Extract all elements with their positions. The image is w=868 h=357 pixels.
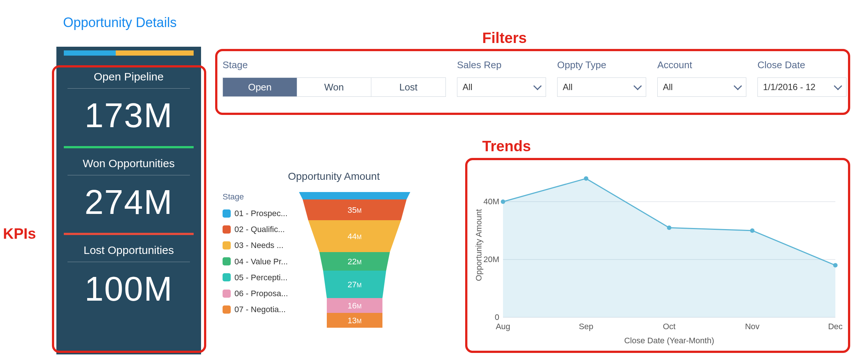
svg-text:Opportunity Amount: Opportunity Amount	[474, 209, 483, 281]
svg-text:20M: 20M	[483, 255, 499, 264]
account-value: All	[663, 82, 673, 92]
svg-text:40M: 40M	[483, 197, 499, 206]
kpi-label: Won Opportunities	[68, 157, 190, 175]
stage-segmented-control: Open Won Lost	[223, 77, 446, 97]
funnel-legend: 01 - Prospec... 02 - Qualific... 03 - Ne…	[223, 207, 288, 316]
legend-label: 01 - Prospec...	[234, 207, 287, 220]
trend-chart[interactable]: 020M40MAugSepOctNovDecClose Date (Year-M…	[473, 165, 843, 347]
sales-rep-value: All	[463, 82, 473, 92]
color-swatch	[223, 241, 231, 249]
legend-item[interactable]: 02 - Qualific...	[223, 223, 288, 236]
legend-item[interactable]: 06 - Proposa...	[223, 287, 288, 300]
chevron-down-icon	[834, 82, 842, 90]
stage-option-lost[interactable]: Lost	[371, 78, 445, 96]
kpi-value: 100M	[68, 270, 190, 308]
svg-text:Close Date (Year-Month): Close Date (Year-Month)	[624, 336, 714, 345]
annotation-kpis: KPIs	[3, 225, 36, 242]
kpi-card-open-pipeline[interactable]: Open Pipeline 173M	[56, 62, 201, 146]
oppty-type-select[interactable]: All	[557, 77, 646, 97]
svg-point-23	[667, 225, 671, 230]
color-swatch	[223, 305, 231, 314]
color-swatch	[223, 273, 231, 281]
kpi-card-lost-opportunities[interactable]: Lost Opportunities 100M	[56, 235, 201, 320]
legend-label: 07 - Negotia...	[234, 303, 286, 316]
annotation-trends: Trends	[482, 138, 531, 155]
legend-item[interactable]: 03 - Needs ...	[223, 239, 288, 252]
svg-text:Oct: Oct	[663, 322, 675, 331]
filter-label-stage: Stage	[223, 59, 446, 71]
legend-item[interactable]: 01 - Prospec...	[223, 207, 288, 220]
funnel-legend-title: Stage	[223, 192, 288, 202]
chevron-down-icon	[533, 82, 542, 90]
filter-label-oppty-type: Oppty Type	[557, 59, 646, 71]
stage-option-won[interactable]: Won	[297, 78, 371, 96]
svg-point-25	[750, 228, 754, 233]
close-date-value: 1/1/2016 - 12	[763, 82, 815, 92]
svg-point-19	[501, 199, 505, 204]
kpi-value: 274M	[68, 183, 190, 222]
annotation-filters: Filters	[482, 30, 527, 46]
funnel-title: Opportunity Amount	[223, 171, 445, 182]
svg-text:Dec: Dec	[828, 322, 842, 331]
svg-marker-0	[299, 192, 410, 199]
sales-rep-select[interactable]: All	[457, 77, 546, 97]
legend-item[interactable]: 04 - Value Pr...	[223, 255, 288, 268]
kpi-label: Open Pipeline	[68, 70, 190, 89]
svg-text:Sep: Sep	[579, 322, 593, 331]
legend-label: 02 - Qualific...	[234, 223, 285, 236]
kpi-value: 173M	[68, 96, 190, 135]
chevron-down-icon	[634, 82, 642, 90]
legend-label: 03 - Needs ...	[234, 239, 283, 252]
filters-bar: Stage Open Won Lost Sales Rep All Oppty …	[223, 59, 846, 111]
filter-label-account: Account	[657, 59, 746, 71]
svg-point-21	[584, 176, 588, 181]
color-swatch	[223, 257, 231, 265]
legend-item[interactable]: 05 - Percepti...	[223, 271, 288, 284]
color-swatch	[223, 225, 231, 234]
account-select[interactable]: All	[657, 77, 746, 97]
chevron-down-icon	[734, 82, 742, 90]
kpi-accent-bar	[64, 50, 194, 56]
svg-text:Nov: Nov	[745, 322, 759, 331]
filter-label-sales-rep: Sales Rep	[457, 59, 546, 71]
legend-label: 04 - Value Pr...	[234, 255, 288, 268]
page-title[interactable]: Opportunity Details	[63, 15, 177, 30]
svg-text:Aug: Aug	[496, 322, 510, 331]
filter-label-close-date: Close Date	[757, 59, 846, 71]
close-date-select[interactable]: 1/1/2016 - 12	[757, 77, 846, 97]
kpi-panel: Open Pipeline 173M Won Opportunities 274…	[56, 47, 201, 354]
color-swatch	[223, 290, 231, 298]
legend-label: 05 - Percepti...	[234, 271, 287, 284]
oppty-type-value: All	[563, 82, 573, 92]
funnel-chart: Opportunity Amount Stage 01 - Prospec...…	[223, 171, 445, 340]
funnel-svg[interactable]: 35M44M22M27M16M13M	[299, 192, 410, 340]
svg-point-27	[833, 263, 838, 268]
kpi-card-won-opportunities[interactable]: Won Opportunities 274M	[56, 148, 201, 233]
stage-option-open[interactable]: Open	[223, 78, 297, 96]
legend-label: 06 - Proposa...	[234, 287, 288, 300]
svg-text:0: 0	[495, 313, 499, 322]
legend-item[interactable]: 07 - Negotia...	[223, 303, 288, 316]
color-swatch	[223, 209, 231, 218]
kpi-label: Lost Opportunities	[68, 244, 190, 262]
